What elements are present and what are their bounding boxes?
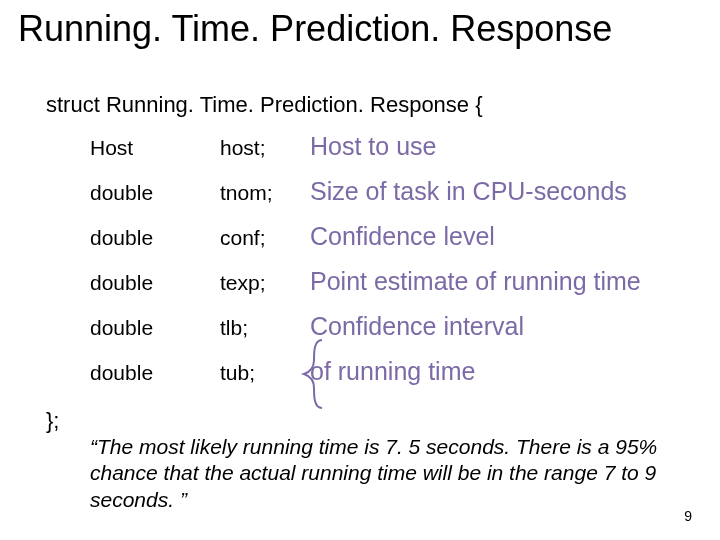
table-row: double tnom; Size of task in CPU-seconds	[90, 177, 641, 206]
table-row: double tub; of running time	[90, 357, 641, 386]
field-type: Host	[90, 136, 220, 160]
example-quote: “The most likely running time is 7. 5 se…	[90, 434, 680, 513]
slide-title: Running. Time. Prediction. Response	[18, 8, 710, 50]
field-type: double	[90, 226, 220, 250]
field-name: tub;	[220, 361, 310, 385]
slide: Running. Time. Prediction. Response stru…	[0, 0, 720, 540]
field-type: double	[90, 316, 220, 340]
field-name: tnom;	[220, 181, 310, 205]
field-type: double	[90, 271, 220, 295]
table-row: double texp; Point estimate of running t…	[90, 267, 641, 296]
field-name: texp;	[220, 271, 310, 295]
field-desc: Host to use	[310, 132, 436, 161]
field-desc: Confidence level	[310, 222, 495, 251]
struct-fields-table: Host host; Host to use double tnom; Size…	[90, 132, 641, 386]
table-row: Host host; Host to use	[90, 132, 641, 161]
page-number: 9	[684, 508, 692, 524]
struct-close-line: };	[46, 408, 59, 434]
field-name: tlb;	[220, 316, 310, 340]
field-desc: of running time	[310, 357, 475, 386]
struct-open-line: struct Running. Time. Prediction. Respon…	[46, 92, 483, 118]
field-type: double	[90, 361, 220, 385]
field-name: conf;	[220, 226, 310, 250]
field-desc: Confidence interval	[310, 312, 524, 341]
field-name: host;	[220, 136, 310, 160]
field-desc: Point estimate of running time	[310, 267, 641, 296]
table-row: double conf; Confidence level	[90, 222, 641, 251]
field-desc: Size of task in CPU-seconds	[310, 177, 627, 206]
field-type: double	[90, 181, 220, 205]
table-row: double tlb; Confidence interval	[90, 312, 641, 341]
